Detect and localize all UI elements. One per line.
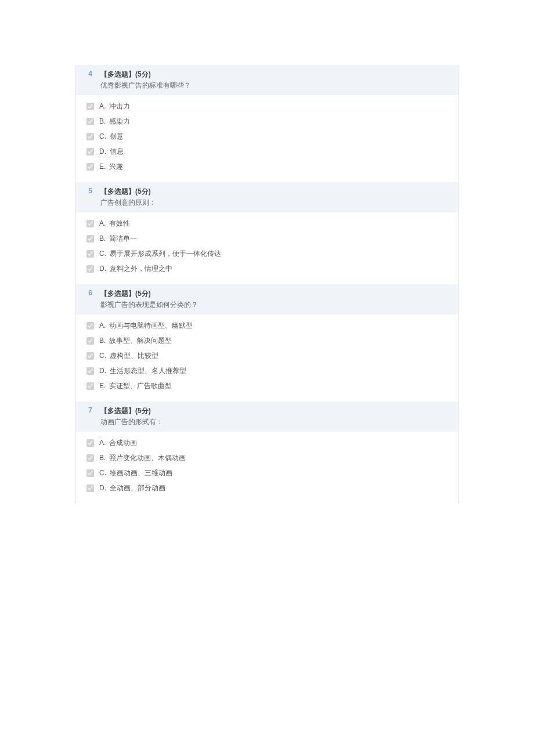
option-text: 全动画、部分动画 [110,482,165,494]
option-checkbox[interactable] [86,469,94,477]
option-letter: C. [99,247,106,260]
option-text: 照片变化动画、木偶动画 [109,451,186,464]
option-checkbox[interactable] [86,220,94,227]
option-text: 兴趣 [109,160,123,173]
option-row: C.绘画动画、三维动画 [76,465,458,480]
option-row: C.易于展开形成系列，便于一体化传达 [76,246,458,261]
option-letter: A. [99,217,106,230]
option-checkbox[interactable] [86,250,94,258]
option-checkbox[interactable] [86,352,94,360]
question-type: 【多选题】(5分) [100,289,458,299]
question-number: 4 [84,70,92,78]
question-title-wrap: 【多选题】(5分)广告创意的原则： [100,187,458,208]
question-title-wrap: 【多选题】(5分)动画广告的形式有： [100,406,458,427]
question-title-wrap: 【多选题】(5分)优秀影视广告的标准有哪些？ [100,70,458,91]
option-letter: B. [99,115,106,128]
option-text: 感染力 [109,115,130,128]
question-title-wrap: 【多选题】(5分)影视广告的表现是如何分类的？ [100,289,458,310]
option-letter: C. [99,466,106,479]
option-row: A.冲击力 [76,99,458,114]
options-list: A.动画与电脑特画型、幽默型B.故事型、解决问题型C.虚构型、比较型D.生活形态… [76,314,458,401]
option-text: 意料之外，情理之中 [110,262,172,275]
option-letter: A. [99,319,106,332]
option-text: 实证型、广告歌曲型 [109,379,172,392]
option-text: 有效性 [109,217,130,230]
option-row: B.故事型、解决问题型 [76,333,458,348]
option-checkbox[interactable] [86,163,94,171]
option-row: D.信息 [76,144,458,159]
option-letter: D. [99,145,106,158]
option-text: 虚构型、比较型 [110,349,158,362]
option-letter: E. [99,160,106,173]
option-letter: B. [99,334,106,347]
question-prompt: 广告创意的原则： [100,198,458,208]
questions-panel: 4【多选题】(5分)优秀影视广告的标准有哪些？A.冲击力B.感染力C.创意D.信… [75,65,459,504]
option-row: B.照片变化动画、木偶动画 [76,450,458,465]
option-text: 易于展开形成系列，便于一体化传达 [110,247,221,260]
option-checkbox[interactable] [86,454,94,462]
option-text: 合成动画 [109,436,137,449]
option-row: B.简洁单一 [76,231,458,246]
option-row: D.意料之外，情理之中 [76,261,458,276]
option-checkbox[interactable] [86,382,94,390]
option-row: B.感染力 [76,114,458,129]
option-letter: A. [99,436,106,449]
option-checkbox[interactable] [86,265,94,273]
option-checkbox[interactable] [86,235,94,243]
option-letter: E. [99,379,106,392]
option-checkbox[interactable] [86,322,94,330]
question-header: 6【多选题】(5分)影视广告的表现是如何分类的？ [76,284,458,314]
option-row: E.兴趣 [76,159,458,174]
option-text: 冲击力 [109,100,130,113]
option-checkbox[interactable] [86,103,94,110]
option-row: D.全动画、部分动画 [76,480,458,495]
option-text: 信息 [110,145,124,158]
question-type: 【多选题】(5分) [100,406,458,416]
option-checkbox[interactable] [86,148,94,155]
question-number: 5 [84,187,92,195]
option-letter: D. [99,364,106,377]
option-text: 绘画动画、三维动画 [110,466,172,479]
options-list: A.有效性B.简洁单一C.易于展开形成系列，便于一体化传达D.意料之外，情理之中 [76,212,458,284]
option-letter: C. [99,130,106,143]
question-prompt: 影视广告的表现是如何分类的？ [100,300,458,310]
option-checkbox[interactable] [86,337,94,345]
option-letter: C. [99,349,106,362]
question-header: 5【多选题】(5分)广告创意的原则： [76,182,458,212]
option-letter: D. [99,482,106,494]
option-checkbox[interactable] [86,133,94,140]
option-checkbox[interactable] [86,484,94,492]
option-text: 故事型、解决问题型 [109,334,172,347]
options-list: A.合成动画B.照片变化动画、木偶动画C.绘画动画、三维动画D.全动画、部分动画 [76,432,458,504]
option-text: 生活形态型、名人推荐型 [110,364,186,377]
question-type: 【多选题】(5分) [100,187,458,197]
option-letter: A. [99,100,106,113]
question-prompt: 动画广告的形式有： [100,417,458,427]
option-text: 简洁单一 [109,232,137,245]
question-prompt: 优秀影视广告的标准有哪些？ [100,81,458,91]
option-letter: D. [99,262,106,275]
question-number: 6 [84,289,92,297]
option-checkbox[interactable] [86,118,94,125]
option-row: C.虚构型、比较型 [76,348,458,363]
option-letter: B. [99,451,106,464]
question-type: 【多选题】(5分) [100,70,458,79]
page: 4【多选题】(5分)优秀影视广告的标准有哪些？A.冲击力B.感染力C.创意D.信… [0,0,534,756]
option-row: A.有效性 [76,216,458,231]
option-letter: B. [99,232,106,245]
option-checkbox[interactable] [86,367,94,375]
option-text: 动画与电脑特画型、幽默型 [109,319,193,332]
option-row: A.合成动画 [76,435,458,450]
option-row: A.动画与电脑特画型、幽默型 [76,318,458,333]
option-checkbox[interactable] [86,439,94,447]
question-header: 4【多选题】(5分)优秀影视广告的标准有哪些？ [76,65,458,95]
option-row: C.创意 [76,129,458,144]
option-text: 创意 [110,130,124,143]
question-header: 7【多选题】(5分)动画广告的形式有： [76,401,458,432]
options-list: A.冲击力B.感染力C.创意D.信息E.兴趣 [76,95,458,182]
option-row: E.实证型、广告歌曲型 [76,378,458,393]
question-number: 7 [84,406,92,414]
option-row: D.生活形态型、名人推荐型 [76,363,458,378]
